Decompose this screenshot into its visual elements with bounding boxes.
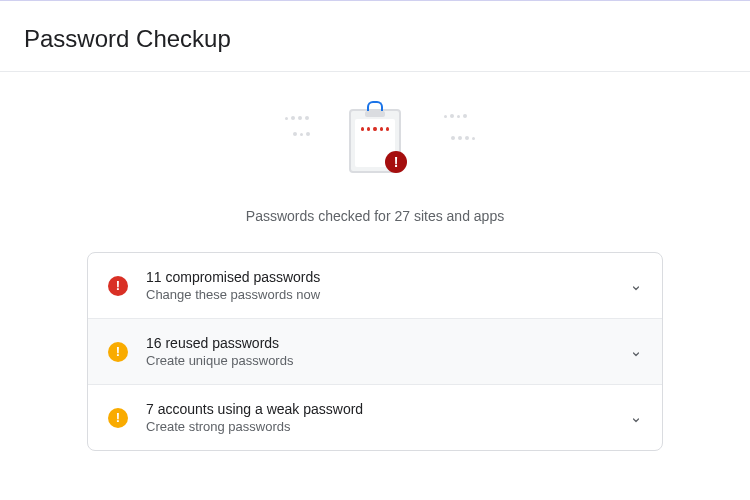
main-content: ! Passwords checked for 27 sites and app… — [0, 72, 750, 451]
alert-icon: ! — [108, 276, 128, 296]
results-list: ! 11 compromised passwords Change these … — [87, 252, 663, 451]
warning-icon: ! — [108, 342, 128, 362]
card-compromised-passwords[interactable]: ! 11 compromised passwords Change these … — [88, 253, 662, 318]
chevron-down-icon — [630, 346, 642, 358]
card-subtitle: Change these passwords now — [146, 287, 612, 302]
card-subtitle: Create unique passwords — [146, 353, 612, 368]
card-text: 7 accounts using a weak password Create … — [146, 401, 612, 434]
card-subtitle: Create strong passwords — [146, 419, 612, 434]
card-weak-passwords[interactable]: ! 7 accounts using a weak password Creat… — [88, 384, 662, 450]
card-title: 11 compromised passwords — [146, 269, 612, 285]
alert-badge-icon: ! — [385, 151, 407, 173]
summary-text: Passwords checked for 27 sites and apps — [246, 208, 504, 224]
decorative-dots — [293, 132, 310, 136]
decorative-dots — [444, 114, 467, 118]
clipboard-icon: ! — [349, 109, 401, 173]
page-title: Password Checkup — [24, 25, 726, 53]
warning-icon: ! — [108, 408, 128, 428]
chevron-down-icon — [630, 412, 642, 424]
card-reused-passwords[interactable]: ! 16 reused passwords Create unique pass… — [88, 318, 662, 384]
card-text: 11 compromised passwords Change these pa… — [146, 269, 612, 302]
page-header: Password Checkup — [0, 1, 750, 72]
card-text: 16 reused passwords Create unique passwo… — [146, 335, 612, 368]
card-title: 7 accounts using a weak password — [146, 401, 612, 417]
decorative-dots — [451, 136, 475, 140]
decorative-dots — [285, 116, 309, 120]
card-title: 16 reused passwords — [146, 335, 612, 351]
chevron-down-icon — [630, 280, 642, 292]
hero-illustration: ! — [265, 96, 485, 186]
